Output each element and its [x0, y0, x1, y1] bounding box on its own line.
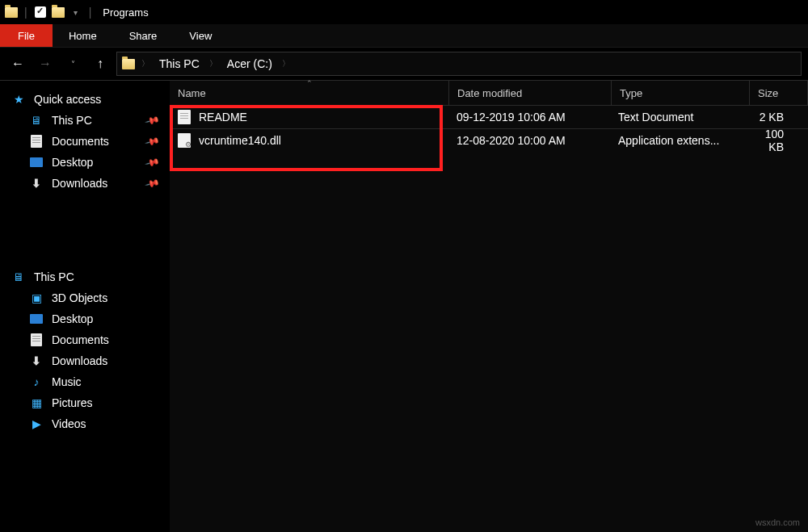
music-icon: ♪ — [29, 375, 44, 389]
watermark: wsxdn.com — [755, 517, 800, 527]
tab-view[interactable]: View — [173, 24, 228, 47]
pin-icon: 📌 — [145, 112, 161, 128]
sidebar-item-label: Desktop — [52, 156, 93, 169]
download-icon: ⬇ — [29, 354, 44, 368]
this-pc-label: This PC — [34, 270, 74, 283]
this-pc-header[interactable]: 🖥 This PC — [0, 266, 170, 287]
sidebar-item-pictures[interactable]: ▦ Pictures — [0, 392, 170, 413]
folder-icon — [52, 6, 65, 19]
back-button[interactable]: ← — [6, 52, 29, 75]
ribbon-tabs: File Home Share View — [0, 24, 808, 48]
chevron-right-icon[interactable]: 〉 — [282, 58, 290, 69]
file-list-pane: Name ⌃ Date modified Type Size README 09… — [170, 81, 808, 532]
chevron-right-icon[interactable]: 〉 — [209, 58, 217, 69]
sidebar-item-documents[interactable]: Documents 📌 — [0, 131, 170, 152]
folder-icon — [5, 6, 18, 19]
pc-icon: 🖥 — [29, 113, 44, 128]
navigation-bar: ← → ˅ ↑ 〉 This PC 〉 Acer (C:) 〉 — [0, 48, 808, 81]
checkbox-icon[interactable] — [34, 6, 47, 19]
desktop-icon — [29, 312, 44, 326]
sidebar-item-label: Desktop — [52, 312, 93, 325]
file-rows: README 09-12-2019 10:06 AM Text Document… — [170, 106, 808, 152]
text-file-icon — [178, 110, 191, 124]
sidebar-item-label: Documents — [52, 135, 109, 148]
folder-icon — [122, 57, 135, 70]
address-bar[interactable]: 〉 This PC 〉 Acer (C:) 〉 — [116, 52, 802, 76]
qat-dropdown-icon[interactable]: ▾ — [69, 6, 82, 19]
videos-icon: ▶ — [29, 417, 44, 431]
sidebar-item-documents[interactable]: Documents — [0, 329, 170, 350]
chevron-right-icon[interactable]: 〉 — [141, 58, 149, 69]
file-row[interactable]: README 09-12-2019 10:06 AM Text Document… — [170, 106, 808, 129]
breadcrumb-this-pc[interactable]: This PC — [156, 56, 203, 72]
column-size[interactable]: Size — [750, 81, 808, 105]
pictures-icon: ▦ — [29, 396, 44, 410]
sidebar-item-3d-objects[interactable]: ▣ 3D Objects — [0, 287, 170, 308]
file-name: vcruntime140.dll — [199, 134, 281, 147]
explorer-window: | ▾ | Programs File Home Share View ← → … — [0, 0, 808, 532]
file-date: 09-12-2019 10:06 AM — [448, 111, 610, 124]
sidebar-item-label: Pictures — [52, 396, 93, 409]
column-label: Name — [178, 87, 206, 99]
navigation-pane: ★ Quick access 🖥 This PC 📌 Documents 📌 D… — [0, 81, 170, 532]
dll-file-icon — [178, 133, 191, 148]
separator: | — [24, 6, 27, 19]
forward-button[interactable]: → — [34, 52, 57, 75]
separator: | — [89, 6, 92, 19]
download-icon: ⬇ — [29, 176, 44, 191]
quick-access-label: Quick access — [34, 93, 101, 106]
pin-icon: 📌 — [145, 175, 161, 191]
document-icon — [29, 333, 44, 347]
sidebar-item-desktop[interactable]: Desktop 📌 — [0, 152, 170, 173]
column-name[interactable]: Name ⌃ — [170, 81, 449, 105]
file-size: 2 KB — [747, 111, 808, 124]
breadcrumb-drive[interactable]: Acer (C:) — [224, 56, 276, 72]
recent-dropdown-icon[interactable]: ˅ — [61, 52, 84, 75]
star-icon: ★ — [11, 92, 26, 107]
sidebar-item-desktop[interactable]: Desktop — [0, 308, 170, 329]
pin-icon: 📌 — [145, 133, 161, 149]
sidebar-item-downloads[interactable]: ⬇ Downloads 📌 — [0, 173, 170, 194]
sidebar-item-label: Downloads — [52, 354, 107, 367]
quick-access-header[interactable]: ★ Quick access — [0, 89, 170, 110]
up-button[interactable]: ↑ — [89, 52, 112, 75]
sidebar-item-this-pc[interactable]: 🖥 This PC 📌 — [0, 110, 170, 131]
sidebar-item-label: Videos — [52, 417, 86, 430]
sidebar-item-label: This PC — [52, 114, 92, 127]
sidebar-item-label: Documents — [52, 333, 109, 346]
sidebar-item-music[interactable]: ♪ Music — [0, 371, 170, 392]
sidebar-item-label: 3D Objects — [52, 291, 107, 304]
file-date: 12-08-2020 10:00 AM — [448, 134, 610, 147]
column-headers: Name ⌃ Date modified Type Size — [170, 81, 808, 106]
file-type: Text Document — [610, 111, 747, 124]
tab-file[interactable]: File — [0, 24, 53, 47]
tab-home[interactable]: Home — [53, 24, 113, 47]
pin-icon: 📌 — [145, 154, 161, 170]
sort-indicator-icon: ⌃ — [306, 79, 313, 87]
file-type: Application extens... — [610, 134, 747, 147]
pc-icon: 🖥 — [11, 270, 26, 284]
3d-objects-icon: ▣ — [29, 291, 44, 305]
title-bar: | ▾ | Programs — [0, 0, 808, 24]
sidebar-item-label: Music — [52, 375, 82, 388]
document-icon — [29, 134, 44, 149]
quick-access-group: ★ Quick access 🖥 This PC 📌 Documents 📌 D… — [0, 89, 170, 194]
column-type[interactable]: Type — [612, 81, 750, 105]
sidebar-item-downloads[interactable]: ⬇ Downloads — [0, 350, 170, 371]
body: ★ Quick access 🖥 This PC 📌 Documents 📌 D… — [0, 81, 808, 532]
this-pc-group: 🖥 This PC ▣ 3D Objects Desktop Documents… — [0, 266, 170, 434]
sidebar-item-videos[interactable]: ▶ Videos — [0, 413, 170, 434]
column-date[interactable]: Date modified — [449, 81, 612, 105]
file-size: 100 KB — [747, 128, 808, 153]
sidebar-item-label: Downloads — [52, 177, 107, 190]
desktop-icon — [29, 155, 44, 170]
file-row[interactable]: vcruntime140.dll 12-08-2020 10:00 AM App… — [170, 129, 808, 152]
window-title: Programs — [103, 6, 148, 19]
tab-share[interactable]: Share — [113, 24, 174, 47]
file-name: README — [199, 111, 247, 124]
